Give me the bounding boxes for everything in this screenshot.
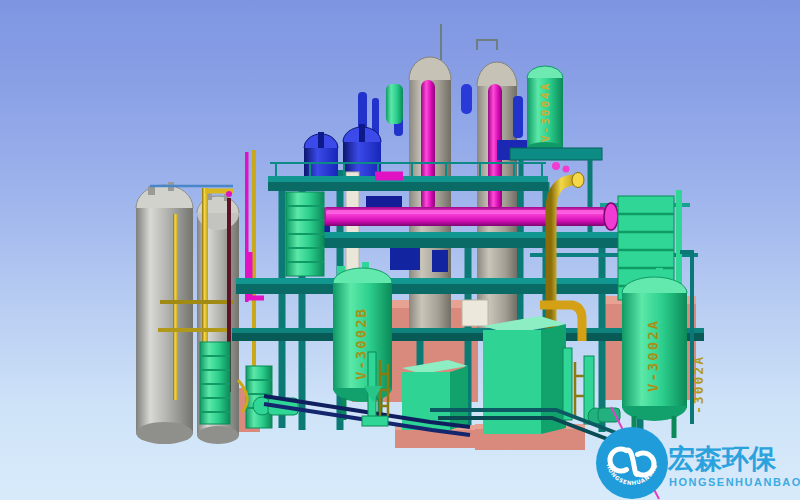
plant-3d-render: V-3004A [0, 0, 800, 500]
render-canvas: V-3004A [0, 0, 800, 500]
logo-name-en: HONGSENHUANBAO [669, 476, 800, 488]
leader-label: -3002A [691, 355, 706, 414]
small-mint-column [386, 84, 403, 124]
vessel-v3002a: V-3002A [622, 268, 687, 438]
deck-mid [296, 232, 642, 238]
pipe-flange [604, 203, 618, 230]
company-logo: HONGSENHUANBAO 宏森环保 HONGSENHUANBAO [596, 427, 800, 499]
tower-left-1 [200, 342, 230, 424]
vessel-v3004a: V-3004A [527, 66, 563, 154]
vessel-v3004a-label: V-3004A [539, 82, 552, 142]
vessel-v3002a-label: V-3002A [645, 319, 661, 392]
white-box [462, 300, 488, 326]
exchanger-left [286, 192, 324, 276]
vessel-v3002b: V-3002B [333, 262, 392, 420]
logo-name-cn: 宏森环保 [667, 443, 777, 474]
deck-top [268, 176, 548, 182]
vessel-v3002b-label: V-3002B [353, 307, 369, 380]
deck-low [236, 278, 648, 284]
top-bracket [477, 40, 497, 50]
